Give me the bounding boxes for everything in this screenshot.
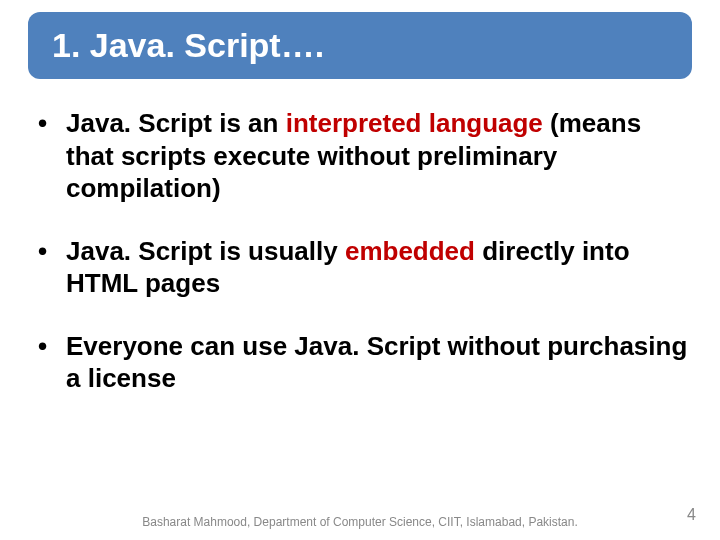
slide-title: 1. Java. Script…. [28, 12, 692, 79]
bullet-text-highlight: interpreted language [286, 108, 550, 138]
list-item: Java. Script is an interpreted language … [38, 107, 692, 205]
bullet-list: Java. Script is an interpreted language … [28, 107, 692, 395]
page-number: 4 [687, 506, 696, 524]
bullet-text-pre: Everyone can use Java. Script without pu… [66, 331, 687, 394]
footer-text: Basharat Mahmood, Department of Computer… [0, 515, 720, 530]
bullet-text-pre: Java. Script is an [66, 108, 286, 138]
list-item: Java. Script is usually embedded directl… [38, 235, 692, 300]
bullet-text-highlight: embedded [345, 236, 482, 266]
list-item: Everyone can use Java. Script without pu… [38, 330, 692, 395]
bullet-text-pre: Java. Script is usually [66, 236, 345, 266]
slide: 1. Java. Script…. Java. Script is an int… [0, 0, 720, 540]
